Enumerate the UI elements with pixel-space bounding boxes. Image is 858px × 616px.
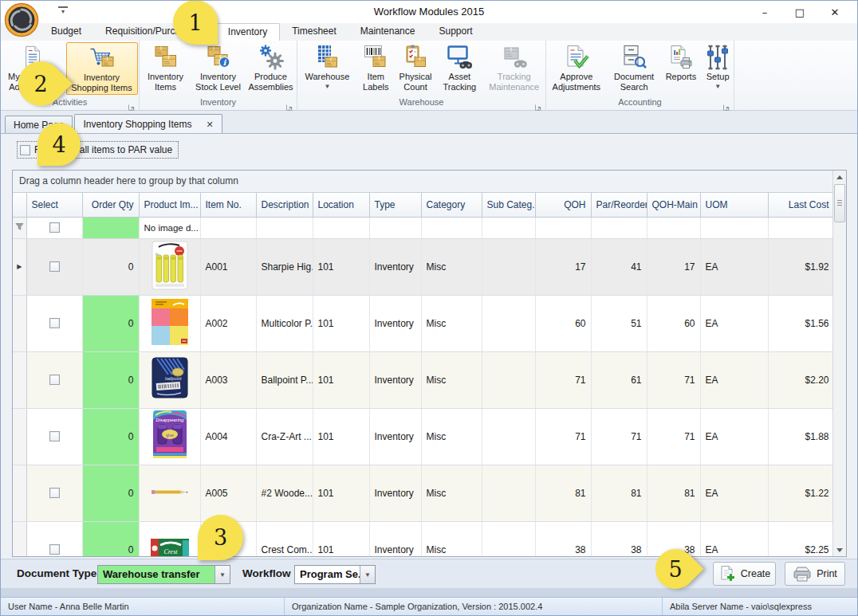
abila-logo-icon[interactable]	[4, 2, 39, 37]
filter-cell[interactable]	[647, 217, 700, 238]
filter-cell[interactable]	[421, 217, 482, 238]
column-header-qoh-main[interactable]: QOH-Main	[647, 193, 700, 217]
ribbon-tab-support[interactable]: Support	[427, 23, 484, 41]
dialog-launcher-icon[interactable]	[285, 100, 294, 109]
document-tab-inventory-shopping-items[interactable]: Inventory Shopping Items✕	[74, 114, 222, 133]
dialog-launcher-icon[interactable]	[534, 100, 543, 109]
cell-select[interactable]	[26, 295, 82, 351]
table-row-a002[interactable]: 0A002Multicolor P...101InventoryMisc6051…	[13, 295, 834, 351]
checkbox-box[interactable]	[49, 375, 60, 385]
checkbox-box[interactable]	[20, 145, 30, 155]
filter-cell[interactable]	[482, 217, 535, 238]
scroll-down-button[interactable]	[833, 543, 846, 556]
cell-order-qty[interactable]: 0	[82, 351, 139, 408]
dropdown-arrow-icon[interactable]: ▼	[214, 566, 230, 583]
column-header-category[interactable]: Category	[421, 193, 482, 217]
checkbox-box[interactable]	[49, 318, 60, 328]
filter-product-image-cell[interactable]: No image d...	[139, 217, 200, 238]
footer-bar: Document Type Warehouse transfer ▼ Workf…	[1, 559, 857, 588]
cell-order-qty[interactable]: 0	[82, 408, 139, 465]
ribbon-button-inventory-items[interactable]: Inventory Items	[141, 42, 191, 95]
cell-item-no: A004	[200, 408, 256, 465]
checkbox-box[interactable]	[49, 544, 60, 555]
group-by-panel[interactable]: Drag a column header here to group by th…	[13, 171, 846, 193]
column-header-type[interactable]: Type	[369, 193, 421, 217]
ribbon-tab-timesheet[interactable]: Timesheet	[280, 23, 348, 41]
checkbox-box[interactable]	[49, 261, 60, 272]
ribbon-group-caption: Activities	[1, 96, 139, 109]
filter-cell[interactable]	[313, 217, 369, 238]
checkbox-box[interactable]	[49, 488, 60, 498]
table-row-a001[interactable]: ▶0A001Sharpie Hig...101InventoryMisc1741…	[13, 238, 834, 295]
column-header-sub-categ[interactable]: Sub Categ...	[482, 193, 535, 217]
cell-order-qty[interactable]: 0	[82, 295, 139, 351]
cell-select[interactable]	[26, 408, 82, 465]
maximize-button[interactable]: □	[782, 1, 817, 23]
column-header-par-reorder[interactable]: Par/Reorder	[591, 193, 647, 217]
ribbon-button-produce-assemblies[interactable]: Produce Assemblies	[246, 42, 296, 95]
cell-sub-category	[482, 351, 535, 408]
ribbon-button-inventory-shopping-items[interactable]: Inventory Shopping Items	[66, 42, 138, 95]
column-header-item-no[interactable]: Item No.	[200, 193, 256, 217]
column-header-select[interactable]: Select	[26, 193, 82, 217]
dialog-launcher-icon[interactable]	[128, 100, 136, 109]
filter-cell[interactable]	[700, 217, 768, 238]
column-header-last-cost[interactable]: Last Cost	[768, 193, 834, 217]
filter-cell[interactable]	[591, 217, 647, 238]
cell-select[interactable]	[26, 521, 82, 557]
ribbon-tab-budget[interactable]: Budget	[39, 23, 93, 41]
dialog-launcher-icon[interactable]	[722, 100, 731, 109]
scroll-up-button[interactable]	[833, 171, 846, 183]
cell-order-qty[interactable]: 0	[82, 238, 139, 295]
scrollbar-thumb[interactable]	[834, 184, 845, 222]
checkbox-box[interactable]	[49, 222, 60, 233]
ribbon-button-document-search[interactable]: Document Search	[608, 42, 660, 95]
minimize-button[interactable]: –	[747, 1, 782, 23]
filter-order-qty-cell[interactable]	[82, 217, 139, 238]
cell-order-qty[interactable]: 0	[82, 521, 139, 557]
workflow-combo[interactable]: Program Se... ▼	[294, 565, 376, 584]
column-header-product-im[interactable]: Product Im...	[139, 193, 200, 217]
close-tab-icon[interactable]: ✕	[206, 116, 213, 132]
dropdown-arrow-icon[interactable]: ▼	[360, 566, 375, 583]
column-header-order-qty[interactable]: Order Qty	[82, 193, 139, 217]
ribbon-button-approve-adjustments[interactable]: Approve Adjustments	[546, 42, 607, 95]
column-header-qoh[interactable]: QOH	[535, 193, 591, 217]
print-button[interactable]: Print	[785, 562, 845, 586]
column-header-location[interactable]: Location	[313, 193, 369, 217]
filter-cell[interactable]	[369, 217, 421, 238]
column-header-uom[interactable]: UOM	[700, 193, 768, 217]
document-type-combo[interactable]: Warehouse transfer ▼	[97, 565, 230, 584]
ribbon-button-asset-tracking[interactable]: Asset Tracking	[438, 42, 481, 95]
table-row-a005[interactable]: 0A005#2 Woode...101InventoryMisc818181EA…	[13, 465, 834, 521]
table-row-a006[interactable]: 0CrestA006Crest Com...101InventoryMisc38…	[13, 521, 834, 557]
filter-cell[interactable]	[535, 217, 591, 238]
ribbon-button-warehouse[interactable]: Warehouse▼	[297, 42, 357, 95]
cell-select[interactable]	[26, 238, 82, 295]
filter-funnel-icon[interactable]	[13, 217, 26, 238]
ribbon-button-inventory-stock-level[interactable]: iInventory Stock Level	[192, 42, 245, 95]
table-row-a004[interactable]: 0DisappearingglueA004Cra-Z-Art ...101Inv…	[13, 408, 834, 465]
table-row-a003[interactable]: 0ballpointA003Ballpoint P...101Inventory…	[13, 351, 834, 408]
ribbon-button-reports[interactable]: Reports	[662, 42, 701, 95]
filter-cell[interactable]	[768, 217, 834, 238]
ribbon-button-setup[interactable]: Setup▼	[702, 42, 734, 95]
create-button[interactable]: Create	[713, 562, 776, 586]
vertical-scrollbar[interactable]	[832, 171, 846, 556]
ribbon-tab-maintenance[interactable]: Maintenance	[348, 23, 427, 41]
checkbox-box[interactable]	[49, 431, 60, 441]
close-button[interactable]: ✕	[817, 1, 852, 23]
cell-product-image	[139, 238, 200, 295]
ribbon-tab-inventory[interactable]: Inventory	[215, 23, 280, 41]
filter-cell[interactable]	[200, 217, 256, 238]
cell-select[interactable]	[26, 465, 82, 521]
cell-order-qty[interactable]: 0	[82, 465, 139, 521]
cell-select[interactable]	[26, 351, 82, 408]
filter-select-cell[interactable]	[26, 217, 82, 238]
ribbon-button-label: Reports	[666, 72, 697, 82]
filter-cell[interactable]	[256, 217, 313, 238]
ribbon-button-item-labels[interactable]: Item Labels	[359, 42, 393, 95]
column-header-description[interactable]: Description	[256, 193, 313, 217]
ribbon-button-label: Inventory Stock Level	[193, 72, 244, 92]
ribbon-button-physical-count[interactable]: Physical Count	[395, 42, 436, 95]
